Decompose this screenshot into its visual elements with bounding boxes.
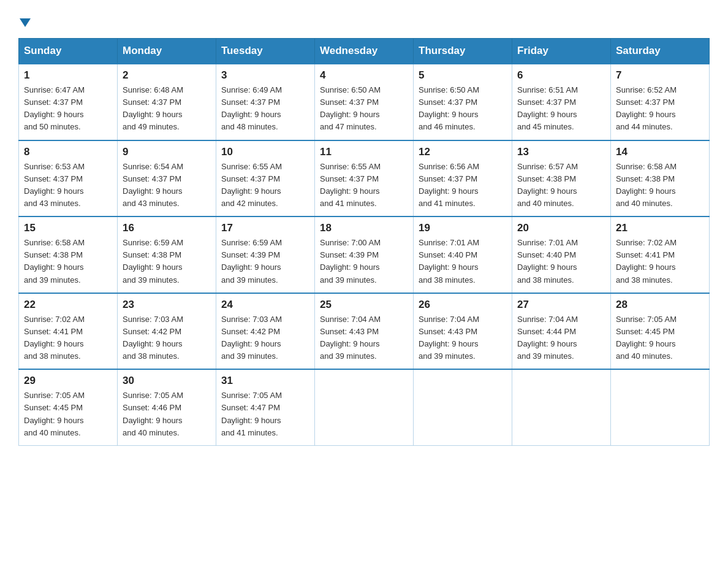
calendar-day-header: Tuesday [216,39,315,64]
day-number: 29 [24,375,112,387]
calendar-week-row: 1Sunrise: 6:47 AMSunset: 4:37 PMDaylight… [19,64,710,140]
calendar-day-cell: 24Sunrise: 7:03 AMSunset: 4:42 PMDayligh… [216,293,315,370]
day-info: Sunrise: 6:55 AMSunset: 4:37 PMDaylight:… [320,162,381,208]
calendar-day-cell: 12Sunrise: 6:56 AMSunset: 4:37 PMDayligh… [414,140,512,217]
calendar-day-cell: 10Sunrise: 6:55 AMSunset: 4:37 PMDayligh… [216,140,315,217]
day-number: 28 [616,299,704,311]
calendar-day-cell: 6Sunrise: 6:51 AMSunset: 4:37 PMDaylight… [512,64,611,140]
calendar-day-header: Thursday [414,39,512,64]
calendar-day-cell: 30Sunrise: 7:05 AMSunset: 4:46 PMDayligh… [118,369,216,445]
day-number: 16 [123,222,211,234]
calendar-day-cell: 5Sunrise: 6:50 AMSunset: 4:37 PMDaylight… [414,64,512,140]
day-number: 14 [616,146,704,158]
day-info: Sunrise: 7:02 AMSunset: 4:41 PMDaylight:… [24,315,85,361]
day-info: Sunrise: 7:01 AMSunset: 4:40 PMDaylight:… [419,238,479,284]
calendar-day-cell: 7Sunrise: 6:52 AMSunset: 4:37 PMDaylight… [611,64,710,140]
day-info: Sunrise: 7:04 AMSunset: 4:43 PMDaylight:… [419,315,479,361]
calendar-day-cell: 22Sunrise: 7:02 AMSunset: 4:41 PMDayligh… [19,293,118,370]
calendar-day-cell [611,369,710,445]
day-number: 13 [517,146,605,158]
calendar-day-cell: 25Sunrise: 7:04 AMSunset: 4:43 PMDayligh… [315,293,414,370]
day-number: 7 [616,69,704,82]
page-header [18,12,710,27]
calendar-day-cell: 19Sunrise: 7:01 AMSunset: 4:40 PMDayligh… [414,216,512,293]
calendar-day-cell: 18Sunrise: 7:00 AMSunset: 4:39 PMDayligh… [315,216,414,293]
calendar-day-cell: 27Sunrise: 7:04 AMSunset: 4:44 PMDayligh… [512,293,611,370]
calendar-week-row: 29Sunrise: 7:05 AMSunset: 4:45 PMDayligh… [19,369,710,445]
day-info: Sunrise: 6:48 AMSunset: 4:37 PMDaylight:… [123,85,183,131]
calendar-day-cell: 15Sunrise: 6:58 AMSunset: 4:38 PMDayligh… [19,216,118,293]
calendar-day-cell: 11Sunrise: 6:55 AMSunset: 4:37 PMDayligh… [315,140,414,217]
calendar-day-cell: 1Sunrise: 6:47 AMSunset: 4:37 PMDaylight… [19,64,118,140]
day-number: 26 [419,299,507,311]
day-number: 17 [221,222,309,234]
day-info: Sunrise: 6:58 AMSunset: 4:38 PMDaylight:… [616,162,677,208]
day-number: 27 [517,299,605,311]
day-number: 23 [123,299,211,311]
calendar-day-cell [414,369,512,445]
day-number: 11 [320,146,408,158]
day-info: Sunrise: 6:50 AMSunset: 4:37 PMDaylight:… [419,85,479,131]
day-number: 5 [419,69,507,82]
day-number: 3 [221,69,309,82]
day-info: Sunrise: 7:03 AMSunset: 4:42 PMDaylight:… [123,315,183,361]
day-number: 22 [24,299,112,311]
calendar-day-header: Monday [118,39,216,64]
calendar-day-cell: 3Sunrise: 6:49 AMSunset: 4:37 PMDaylight… [216,64,315,140]
calendar-day-cell: 4Sunrise: 6:50 AMSunset: 4:37 PMDaylight… [315,64,414,140]
day-number: 1 [24,69,112,82]
calendar-day-header: Sunday [19,39,118,64]
calendar-day-cell: 9Sunrise: 6:54 AMSunset: 4:37 PMDaylight… [118,140,216,217]
day-info: Sunrise: 6:50 AMSunset: 4:37 PMDaylight:… [320,85,381,131]
day-info: Sunrise: 6:52 AMSunset: 4:37 PMDaylight:… [616,85,677,131]
calendar-day-cell: 20Sunrise: 7:01 AMSunset: 4:40 PMDayligh… [512,216,611,293]
day-number: 8 [24,146,112,158]
calendar-header-row: SundayMondayTuesdayWednesdayThursdayFrid… [19,39,710,64]
day-number: 21 [616,222,704,234]
day-info: Sunrise: 6:55 AMSunset: 4:37 PMDaylight:… [221,162,282,208]
day-number: 19 [419,222,507,234]
calendar-day-cell: 31Sunrise: 7:05 AMSunset: 4:47 PMDayligh… [216,369,315,445]
day-info: Sunrise: 7:04 AMSunset: 4:44 PMDaylight:… [517,315,578,361]
day-number: 31 [221,375,309,387]
calendar-table: SundayMondayTuesdayWednesdayThursdayFrid… [18,38,710,446]
day-info: Sunrise: 7:04 AMSunset: 4:43 PMDaylight:… [320,315,381,361]
day-info: Sunrise: 6:56 AMSunset: 4:37 PMDaylight:… [419,162,479,208]
day-info: Sunrise: 7:00 AMSunset: 4:39 PMDaylight:… [320,238,381,284]
day-info: Sunrise: 6:49 AMSunset: 4:37 PMDaylight:… [221,85,282,131]
day-number: 6 [517,69,605,82]
day-info: Sunrise: 7:05 AMSunset: 4:47 PMDaylight:… [221,391,282,437]
day-number: 9 [123,146,211,158]
calendar-day-header: Friday [512,39,611,64]
day-info: Sunrise: 6:59 AMSunset: 4:38 PMDaylight:… [123,238,183,284]
calendar-week-row: 15Sunrise: 6:58 AMSunset: 4:38 PMDayligh… [19,216,710,293]
logo [18,18,31,27]
day-number: 24 [221,299,309,311]
calendar-day-cell [315,369,414,445]
day-number: 30 [123,375,211,387]
day-info: Sunrise: 7:02 AMSunset: 4:41 PMDaylight:… [616,238,677,284]
day-info: Sunrise: 7:01 AMSunset: 4:40 PMDaylight:… [517,238,578,284]
logo-triangle-icon [20,18,31,27]
day-number: 10 [221,146,309,158]
calendar-day-cell: 28Sunrise: 7:05 AMSunset: 4:45 PMDayligh… [611,293,710,370]
day-info: Sunrise: 6:59 AMSunset: 4:39 PMDaylight:… [221,238,282,284]
calendar-day-cell: 23Sunrise: 7:03 AMSunset: 4:42 PMDayligh… [118,293,216,370]
day-info: Sunrise: 6:51 AMSunset: 4:37 PMDaylight:… [517,85,578,131]
calendar-day-cell: 29Sunrise: 7:05 AMSunset: 4:45 PMDayligh… [19,369,118,445]
day-info: Sunrise: 7:03 AMSunset: 4:42 PMDaylight:… [221,315,282,361]
day-info: Sunrise: 6:53 AMSunset: 4:37 PMDaylight:… [24,162,85,208]
day-number: 2 [123,69,211,82]
day-number: 15 [24,222,112,234]
calendar-day-header: Wednesday [315,39,414,64]
day-number: 18 [320,222,408,234]
calendar-day-cell: 13Sunrise: 6:57 AMSunset: 4:38 PMDayligh… [512,140,611,217]
calendar-day-cell: 26Sunrise: 7:04 AMSunset: 4:43 PMDayligh… [414,293,512,370]
calendar-week-row: 8Sunrise: 6:53 AMSunset: 4:37 PMDaylight… [19,140,710,217]
day-info: Sunrise: 7:05 AMSunset: 4:45 PMDaylight:… [24,391,85,437]
calendar-day-cell: 8Sunrise: 6:53 AMSunset: 4:37 PMDaylight… [19,140,118,217]
day-number: 4 [320,69,408,82]
day-info: Sunrise: 6:54 AMSunset: 4:37 PMDaylight:… [123,162,183,208]
day-info: Sunrise: 7:05 AMSunset: 4:45 PMDaylight:… [616,315,677,361]
day-info: Sunrise: 7:05 AMSunset: 4:46 PMDaylight:… [123,391,183,437]
